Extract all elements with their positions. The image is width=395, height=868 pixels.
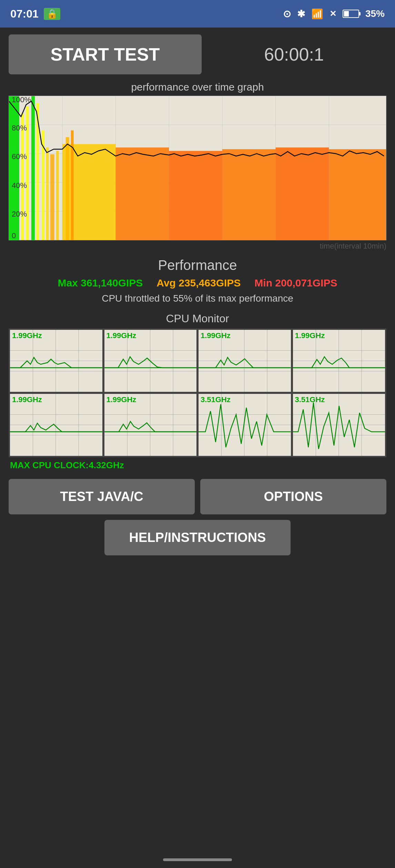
cpu-cell-1: 1.99GHz: [104, 330, 197, 392]
svg-rect-24: [222, 149, 276, 240]
cpu-freq-6: 3.51GHz: [201, 395, 231, 404]
cpu-freq-4: 1.99GHz: [12, 395, 42, 404]
cpu-freq-1: 1.99GHz: [107, 331, 136, 340]
help-btn-row: HELP/INSTRUCTIONS: [9, 520, 386, 555]
speed-icon: ⊙: [283, 8, 291, 20]
cpu-cell-6: 3.51GHz: [199, 394, 291, 456]
cpu-freq-5: 1.99GHz: [107, 395, 136, 404]
svg-rect-19: [62, 144, 116, 240]
graph-container: 100% 80% 60% 40% 20% 0: [9, 96, 386, 240]
stat-max: Max 361,140GIPS: [58, 277, 143, 289]
wifi-icon: 📶: [311, 8, 323, 20]
svg-rect-18: [56, 151, 59, 240]
svg-rect-16: [46, 147, 49, 240]
cpu-cell-4: 1.99GHz: [10, 394, 102, 456]
svg-rect-23: [169, 151, 222, 240]
svg-text:0: 0: [12, 231, 16, 240]
svg-text:80%: 80%: [12, 124, 27, 132]
stat-min: Min 200,071GIPS: [254, 277, 337, 289]
svg-rect-17: [50, 154, 54, 240]
top-row: START TEST 60:00:1: [9, 34, 386, 74]
cpu-freq-0: 1.99GHz: [12, 331, 42, 340]
status-right: ⊙ ✱ 📶 ✕ 35%: [283, 8, 385, 20]
graph-time-label: time(interval 10min): [9, 242, 386, 251]
x-icon: ✕: [330, 9, 336, 19]
svg-rect-14: [37, 103, 39, 240]
battery-icon: [343, 10, 359, 18]
svg-rect-26: [329, 149, 386, 240]
stat-avg: Avg 235,463GIPS: [156, 277, 241, 289]
cpu-cell-2: 1.99GHz: [199, 330, 291, 392]
home-indicator: [163, 858, 232, 861]
bluetooth-icon: ✱: [297, 8, 305, 20]
options-button[interactable]: OPTIONS: [200, 479, 386, 514]
screen-lock-icon: 🔒: [44, 8, 60, 20]
bottom-buttons: TEST JAVA/C OPTIONS: [9, 479, 386, 514]
main-content: START TEST 60:00:1 performance over time…: [0, 28, 395, 569]
start-test-button[interactable]: START TEST: [9, 34, 202, 74]
cpu-monitor-section: CPU Monitor 1.99GHz: [9, 312, 386, 471]
performance-stats: Max 361,140GIPS Avg 235,463GIPS Min 200,…: [9, 277, 386, 289]
performance-section: Performance Max 361,140GIPS Avg 235,463G…: [9, 258, 386, 304]
status-bar: 07:01 🔒 ⊙ ✱ 📶 ✕ 35%: [0, 0, 395, 28]
cpu-grid: 1.99GHz 1.99GHz: [9, 328, 386, 457]
svg-rect-20: [66, 137, 69, 240]
svg-text:40%: 40%: [12, 181, 27, 190]
performance-title: Performance: [9, 258, 386, 273]
test-javac-button[interactable]: TEST JAVA/C: [9, 479, 195, 514]
cpu-freq-3: 1.99GHz: [295, 331, 325, 340]
svg-text:100%: 100%: [12, 96, 31, 104]
cpu-cell-0: 1.99GHz: [10, 330, 102, 392]
status-left: 07:01 🔒: [10, 8, 60, 20]
cpu-cell-3: 1.99GHz: [293, 330, 385, 392]
graph-title: performance over time graph: [9, 81, 386, 93]
graph-section: performance over time graph: [9, 81, 386, 251]
cpu-cell-5: 1.99GHz: [104, 394, 197, 456]
battery-percent: 35%: [365, 8, 385, 19]
svg-text:60%: 60%: [12, 152, 27, 161]
cpu-freq-2: 1.99GHz: [201, 331, 231, 340]
cpu-freq-7: 3.51GHz: [295, 395, 325, 404]
timer-display: 60:00:1: [202, 44, 386, 65]
cpu-cell-7: 3.51GHz: [293, 394, 385, 456]
performance-graph: 100% 80% 60% 40% 20% 0: [9, 96, 386, 240]
svg-rect-11: [21, 113, 24, 240]
svg-text:20%: 20%: [12, 210, 27, 218]
throttle-text: CPU throttled to 55% of its max performa…: [9, 293, 386, 304]
max-cpu-label: MAX CPU CLOCK:4.32GHz: [9, 460, 386, 471]
cpu-monitor-title: CPU Monitor: [9, 312, 386, 325]
clock: 07:01: [10, 8, 39, 20]
svg-rect-22: [115, 147, 169, 240]
help-instructions-button[interactable]: HELP/INSTRUCTIONS: [104, 520, 291, 555]
svg-rect-13: [31, 96, 35, 240]
svg-rect-25: [276, 147, 329, 240]
